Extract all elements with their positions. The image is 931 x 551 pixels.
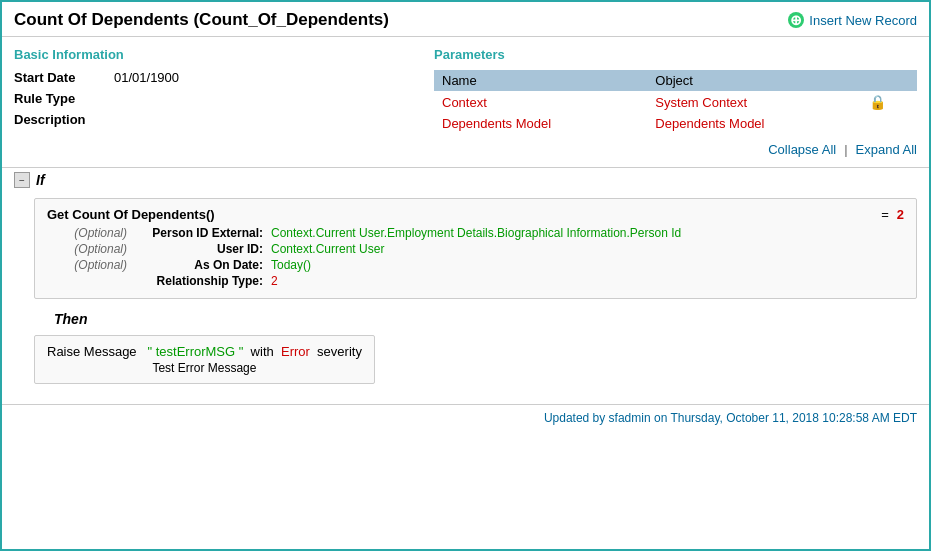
- context-object: System Context: [647, 91, 860, 113]
- action-desc: Test Error Message: [47, 361, 362, 375]
- param-line-3: (Optional) As On Date: Today(): [47, 258, 904, 272]
- parameters-section-label: Parameters: [434, 47, 917, 62]
- condition-main-row: Get Count Of Dependents() = 2: [47, 207, 904, 222]
- action-raise: Raise Message: [47, 344, 137, 359]
- context-name: Context: [434, 91, 647, 113]
- action-line: Raise Message " testErrorMSG " with Erro…: [47, 344, 362, 359]
- param3-optional: (Optional): [47, 258, 127, 272]
- then-label: Then: [54, 311, 87, 327]
- main-content: Basic Information Start Date 01/01/1900 …: [2, 37, 929, 167]
- footer-text: Updated by sfadmin on Thursday, October …: [544, 411, 917, 425]
- rule-type-row: Rule Type: [14, 91, 410, 106]
- action-with: with: [251, 344, 274, 359]
- basic-info-section-label: Basic Information: [14, 47, 410, 62]
- condition-value: 2: [897, 207, 904, 222]
- rule-section: − If Get Count Of Dependents() = 2 (Opti…: [2, 168, 929, 394]
- param1-optional: (Optional): [47, 226, 127, 240]
- param3-value: Today(): [271, 258, 311, 272]
- rule-type-label: Rule Type: [14, 91, 114, 106]
- condition-equals: =: [881, 207, 889, 222]
- condition-box: Get Count Of Dependents() = 2 (Optional)…: [34, 198, 917, 299]
- right-panel: Parameters Name Object Context System Co…: [422, 37, 929, 167]
- param4-value: 2: [271, 274, 278, 288]
- insert-icon: ⊕: [788, 12, 804, 28]
- param-line-1: (Optional) Person ID External: Context.C…: [47, 226, 904, 240]
- start-date-value: 01/01/1900: [114, 70, 179, 85]
- if-label: If: [36, 172, 45, 188]
- condition-func: Get Count Of Dependents(): [47, 207, 215, 222]
- action-severity: severity: [317, 344, 362, 359]
- insert-new-record-button[interactable]: ⊕ Insert New Record: [788, 12, 917, 28]
- param2-optional: (Optional): [47, 242, 127, 256]
- dependents-object: Dependents Model: [647, 113, 860, 134]
- if-header: − If: [14, 172, 917, 188]
- parameters-table: Name Object Context System Context 🔒 Dep…: [434, 70, 917, 134]
- page-container: Count Of Dependents (Count_Of_Dependents…: [0, 0, 931, 551]
- left-panel: Basic Information Start Date 01/01/1900 …: [2, 37, 422, 167]
- description-row: Description: [14, 112, 410, 127]
- collapse-expand-controls: Collapse All | Expand All: [434, 142, 917, 157]
- pipe-separator: |: [844, 142, 847, 157]
- action-error: Error: [281, 344, 310, 359]
- then-header: Then: [34, 311, 917, 327]
- page-title: Count Of Dependents (Count_Of_Dependents…: [14, 10, 389, 30]
- start-date-label: Start Date: [14, 70, 114, 85]
- description-label: Description: [14, 112, 114, 127]
- expand-all-button[interactable]: Expand All: [856, 142, 917, 157]
- insert-new-record-label: Insert New Record: [809, 13, 917, 28]
- param1-name: Person ID External:: [127, 226, 267, 240]
- lock-icon: 🔒: [861, 91, 917, 113]
- action-string: " testErrorMSG ": [147, 344, 243, 359]
- dependents-name: Dependents Model: [434, 113, 647, 134]
- if-collapse-button[interactable]: −: [14, 172, 30, 188]
- col-name-header: Name: [434, 70, 647, 91]
- action-box: Raise Message " testErrorMSG " with Erro…: [34, 335, 375, 384]
- param2-name: User ID:: [127, 242, 267, 256]
- params-row-context: Context System Context 🔒: [434, 91, 917, 113]
- param3-name: As On Date:: [127, 258, 267, 272]
- param2-value: Context.Current User: [271, 242, 384, 256]
- param-line-2: (Optional) User ID: Context.Current User: [47, 242, 904, 256]
- params-row-dependents: Dependents Model Dependents Model: [434, 113, 917, 134]
- col-object-header: Object: [647, 70, 860, 91]
- start-date-row: Start Date 01/01/1900: [14, 70, 410, 85]
- param-line-4: Relationship Type: 2: [47, 274, 904, 288]
- param1-value: Context.Current User.Employment Details.…: [271, 226, 681, 240]
- header: Count Of Dependents (Count_Of_Dependents…: [2, 2, 929, 36]
- footer: Updated by sfadmin on Thursday, October …: [2, 404, 929, 431]
- param4-name: Relationship Type:: [127, 274, 267, 288]
- collapse-all-button[interactable]: Collapse All: [768, 142, 836, 157]
